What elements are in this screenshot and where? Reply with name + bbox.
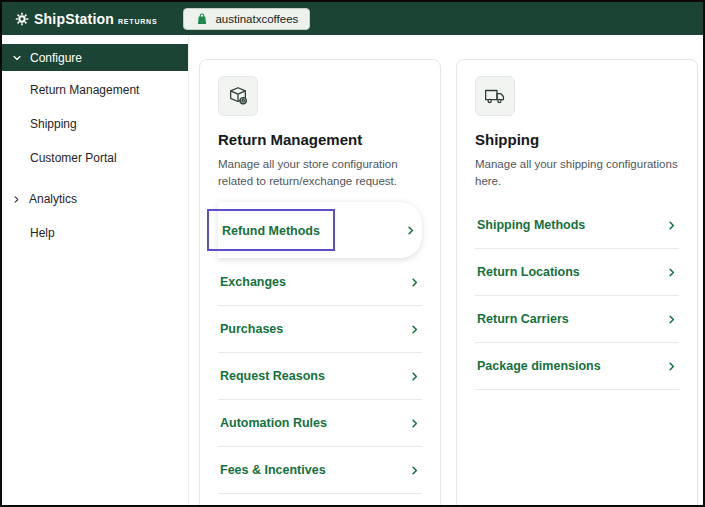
link-label: Automation Rules — [220, 416, 327, 430]
store-selector-tab[interactable]: austinatxcoffees — [183, 8, 310, 30]
card-return-management: Return Management Manage all your store … — [199, 59, 441, 507]
sidebar-item-label: Shipping — [30, 117, 77, 131]
shipstation-logo[interactable]: ShipStation RETURNS — [14, 11, 157, 27]
sidebar-item-configure[interactable]: Configure — [2, 44, 188, 71]
card-links: Shipping Methods Return Locations Return… — [475, 202, 679, 390]
package-gear-icon — [218, 76, 258, 116]
refund-methods-highlight: Refund Methods — [207, 209, 335, 251]
chevron-right-icon — [409, 277, 420, 288]
link-label: Request Reasons — [220, 369, 325, 383]
sidebar: Configure Return Management Shipping Cus… — [2, 35, 189, 507]
chevron-right-icon — [666, 220, 677, 231]
link-label: Package dimensions — [477, 359, 601, 373]
gear-logo-icon — [14, 11, 30, 27]
link-return-carriers[interactable]: Return Carriers — [475, 296, 679, 343]
truck-icon — [475, 76, 515, 116]
sidebar-item-label: Help — [30, 226, 55, 240]
chevron-right-icon — [666, 314, 677, 325]
link-label: Purchases — [220, 322, 283, 336]
link-label: Exchanges — [220, 275, 286, 289]
sidebar-item-customer-portal[interactable]: Customer Portal — [2, 141, 188, 175]
card-title: Return Management — [218, 131, 422, 148]
store-bag-icon — [195, 12, 209, 26]
store-name: austinatxcoffees — [215, 13, 298, 25]
chevron-right-icon — [409, 371, 420, 382]
sidebar-item-help[interactable]: Help — [2, 216, 188, 250]
link-exchanges[interactable]: Exchanges — [218, 259, 422, 306]
main-content: Return Management Manage all your store … — [189, 35, 703, 507]
chevron-right-icon — [409, 324, 420, 335]
card-description: Manage all your store configuration rela… — [218, 156, 422, 189]
card-shipping: Shipping Manage all your shipping config… — [456, 59, 698, 507]
sidebar-item-return-management[interactable]: Return Management — [2, 73, 188, 107]
link-request-reasons[interactable]: Request Reasons — [218, 353, 422, 400]
link-label: Shipping Methods — [477, 218, 585, 232]
link-purchases[interactable]: Purchases — [218, 306, 422, 353]
app-window: ShipStation RETURNS austinatxcoffees Con… — [0, 0, 705, 507]
sidebar-item-label: Analytics — [29, 192, 77, 206]
brand-suffix: RETURNS — [118, 18, 157, 25]
link-label: Refund Methods — [222, 224, 320, 238]
sidebar-item-label: Return Management — [30, 83, 139, 97]
card-description: Manage all your shipping configurations … — [475, 156, 679, 189]
chevron-right-icon — [12, 195, 21, 204]
sidebar-item-analytics[interactable]: Analytics — [2, 182, 188, 216]
card-title: Shipping — [475, 131, 679, 148]
sidebar-item-shipping[interactable]: Shipping — [2, 107, 188, 141]
chevron-right-icon — [409, 418, 420, 429]
sidebar-item-label: Configure — [30, 51, 82, 65]
chevron-right-icon — [666, 361, 677, 372]
link-label: Fees & Incentives — [220, 463, 326, 477]
chevron-right-icon — [666, 267, 677, 278]
link-shipping-methods[interactable]: Shipping Methods — [475, 202, 679, 249]
page-body: Configure Return Management Shipping Cus… — [2, 35, 703, 507]
chevron-right-icon — [409, 465, 420, 476]
link-fees-incentives[interactable]: Fees & Incentives — [218, 447, 422, 494]
link-package-dimensions[interactable]: Package dimensions — [475, 343, 679, 390]
sidebar-item-label: Customer Portal — [30, 151, 117, 165]
brand-name: ShipStation — [34, 11, 114, 27]
link-label: Return Carriers — [477, 312, 569, 326]
chevron-right-icon — [405, 225, 416, 236]
top-bar: ShipStation RETURNS austinatxcoffees — [2, 2, 703, 35]
chevron-down-icon — [12, 53, 22, 63]
link-label: Return Locations — [477, 265, 580, 279]
link-refund-methods[interactable]: Refund Methods — [218, 202, 422, 259]
card-links: Refund Methods Exchanges Purchases — [218, 202, 422, 494]
link-return-locations[interactable]: Return Locations — [475, 249, 679, 296]
link-automation-rules[interactable]: Automation Rules — [218, 400, 422, 447]
